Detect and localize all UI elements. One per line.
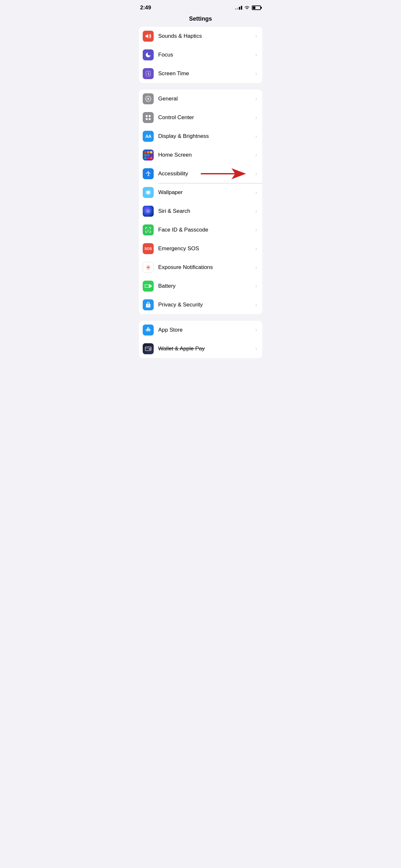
emergency-sos-icon: SOS xyxy=(143,243,154,254)
screen-time-chevron: › xyxy=(255,71,257,76)
battery-icon xyxy=(143,281,154,291)
battery-label: Battery xyxy=(158,283,253,289)
settings-group-3: App Store › Wallet & Apple Pay › xyxy=(139,321,262,358)
sidebar-item-home-screen[interactable]: Home Screen › xyxy=(139,146,262,164)
sidebar-item-screen-time[interactable]: Screen Time › xyxy=(139,64,262,83)
svg-point-1 xyxy=(148,98,149,100)
sidebar-item-exposure[interactable]: Exposure Notifications › xyxy=(139,258,262,277)
wallpaper-label: Wallpaper xyxy=(158,189,253,196)
sounds-haptics-label: Sounds & Haptics xyxy=(158,33,253,39)
sidebar-item-app-store[interactable]: App Store › xyxy=(139,321,262,339)
control-center-label: Control Center xyxy=(158,114,253,121)
focus-chevron: › xyxy=(255,52,257,58)
face-id-chevron: › xyxy=(255,227,257,233)
home-screen-chevron: › xyxy=(255,152,257,158)
home-screen-label: Home Screen xyxy=(158,152,253,158)
siri-search-chevron: › xyxy=(255,208,257,214)
exposure-icon xyxy=(143,262,154,273)
display-brightness-icon: AA xyxy=(143,131,154,142)
exposure-label: Exposure Notifications xyxy=(158,264,253,271)
accessibility-chevron: › xyxy=(255,171,257,177)
focus-label: Focus xyxy=(158,52,253,58)
home-screen-icon xyxy=(143,150,154,160)
page-title: Settings xyxy=(134,13,267,27)
sidebar-item-accessibility[interactable]: Accessibility › xyxy=(139,164,262,183)
status-icons xyxy=(235,5,261,10)
status-time: 2:49 xyxy=(140,4,151,11)
accessibility-arrow-icon xyxy=(201,166,246,181)
sidebar-item-general[interactable]: General › xyxy=(139,89,262,108)
siri-search-label: Siri & Search xyxy=(158,208,253,214)
app-store-icon xyxy=(143,324,154,336)
svg-point-12 xyxy=(148,211,149,212)
wallet-icon xyxy=(143,343,154,354)
svg-point-13 xyxy=(148,267,149,268)
sidebar-item-wallet[interactable]: Wallet & Apple Pay › xyxy=(139,339,262,358)
wallpaper-icon xyxy=(143,187,154,198)
app-store-label: App Store xyxy=(158,327,253,333)
wallpaper-chevron: › xyxy=(255,190,257,195)
status-bar: 2:49 xyxy=(134,0,267,13)
sidebar-item-face-id[interactable]: Face ID & Passcode › xyxy=(139,221,262,239)
battery-status-icon xyxy=(252,5,261,10)
siri-search-icon xyxy=(143,206,154,217)
emergency-sos-chevron: › xyxy=(255,246,257,252)
svg-rect-2 xyxy=(146,115,148,117)
sidebar-item-focus[interactable]: Focus › xyxy=(139,45,262,64)
face-id-icon xyxy=(143,224,154,236)
privacy-icon xyxy=(143,299,154,310)
privacy-label: Privacy & Security xyxy=(158,302,253,308)
wifi-icon xyxy=(244,5,250,10)
focus-icon xyxy=(143,50,154,60)
sounds-haptics-icon xyxy=(143,31,154,42)
display-brightness-label: Display & Brightness xyxy=(158,133,253,140)
screen-time-icon xyxy=(143,68,154,79)
sidebar-item-privacy[interactable]: Privacy & Security › xyxy=(139,296,262,314)
control-center-icon xyxy=(143,112,154,123)
svg-rect-4 xyxy=(146,118,148,120)
screen-time-label: Screen Time xyxy=(158,70,253,77)
accessibility-icon xyxy=(143,168,154,179)
emergency-sos-label: Emergency SOS xyxy=(158,245,253,252)
sidebar-item-display-brightness[interactable]: AA Display & Brightness › xyxy=(139,127,262,146)
settings-group-1: Sounds & Haptics › Focus › Screen Time › xyxy=(139,27,262,83)
general-label: General xyxy=(158,96,253,102)
sidebar-item-control-center[interactable]: Control Center › xyxy=(139,108,262,127)
general-chevron: › xyxy=(255,96,257,102)
svg-marker-7 xyxy=(201,168,246,179)
svg-rect-17 xyxy=(145,285,149,287)
sidebar-item-sounds-haptics[interactable]: Sounds & Haptics › xyxy=(139,27,262,45)
sidebar-item-emergency-sos[interactable]: SOS Emergency SOS › xyxy=(139,239,262,258)
svg-rect-18 xyxy=(151,285,152,287)
sounds-haptics-chevron: › xyxy=(255,33,257,39)
settings-group-2: General › Control Center › AA Display & … xyxy=(139,89,262,314)
control-center-chevron: › xyxy=(255,115,257,120)
svg-point-6 xyxy=(148,171,149,172)
svg-rect-3 xyxy=(149,115,151,117)
app-store-chevron: › xyxy=(255,327,257,333)
wallet-chevron: › xyxy=(255,346,257,352)
svg-rect-20 xyxy=(145,348,151,349)
display-brightness-chevron: › xyxy=(255,133,257,139)
signal-bars-icon xyxy=(235,6,242,10)
wallet-label: Wallet & Apple Pay xyxy=(158,345,253,352)
sidebar-item-siri-search[interactable]: Siri & Search › xyxy=(139,202,262,221)
face-id-label: Face ID & Passcode xyxy=(158,227,253,233)
sidebar-item-battery[interactable]: Battery › xyxy=(139,277,262,296)
svg-rect-21 xyxy=(149,349,151,350)
battery-chevron: › xyxy=(255,283,257,289)
svg-rect-5 xyxy=(149,118,151,120)
exposure-chevron: › xyxy=(255,265,257,270)
sidebar-item-wallpaper[interactable]: Wallpaper › xyxy=(139,183,262,202)
privacy-chevron: › xyxy=(255,302,257,308)
general-icon xyxy=(143,93,154,104)
